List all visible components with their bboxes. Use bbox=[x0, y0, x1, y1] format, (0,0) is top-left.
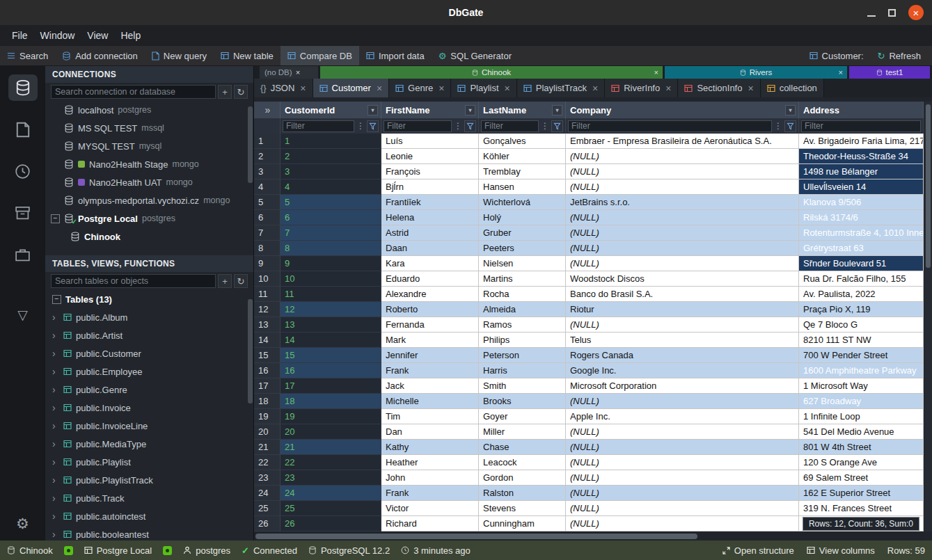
cell-customerid[interactable]: 12 bbox=[281, 302, 381, 317]
cell-firstname[interactable]: Frank bbox=[381, 363, 479, 378]
cell-customerid[interactable]: 25 bbox=[281, 501, 381, 516]
cell-lastname[interactable]: Harris bbox=[479, 363, 566, 378]
tab-riverinfo[interactable]: RiverInfo × bbox=[605, 79, 678, 97]
connections-search-input[interactable] bbox=[51, 85, 216, 99]
tables-group[interactable]: − Tables (13) bbox=[45, 290, 253, 308]
table-row[interactable]: 17 17 Jack Smith Microsoft Corporation 1… bbox=[254, 378, 924, 394]
cell-address[interactable]: 1498 rue Bélanger bbox=[799, 164, 924, 179]
cell-firstname[interactable]: Heather bbox=[381, 455, 479, 470]
table-row[interactable]: 5 5 Frantiīek Wichterlová JetBrains s.r.… bbox=[254, 195, 924, 210]
cell-company[interactable]: Embraer - Empresa Brasileira de Aeronáut… bbox=[566, 134, 799, 149]
cell-address[interactable]: 801 W 4th Street bbox=[799, 440, 924, 455]
cell-company[interactable]: Microsoft Corporation bbox=[566, 378, 799, 394]
close-icon[interactable]: × bbox=[296, 68, 300, 77]
cell-firstname[interactable]: Eduardo bbox=[381, 271, 479, 287]
cell-address[interactable]: 1 Microsoft Way bbox=[799, 378, 924, 394]
cell-firstname[interactable]: Kara bbox=[381, 256, 479, 271]
cell-customerid[interactable]: 7 bbox=[281, 225, 381, 241]
cell-address[interactable]: 541 Del Medio Avenue bbox=[799, 424, 924, 440]
cell-firstname[interactable]: François bbox=[381, 164, 479, 179]
connection-item-nano2health-stage[interactable]: Nano2Health Stage mongo bbox=[45, 155, 253, 173]
minimize-icon[interactable] bbox=[867, 8, 876, 17]
tab-playlisttrack[interactable]: PlaylistTrack × bbox=[517, 79, 605, 97]
cell-customerid[interactable]: 1 bbox=[281, 134, 381, 149]
cell-address[interactable]: Grétrystraat 63 bbox=[799, 241, 924, 256]
filter-input-customerid[interactable] bbox=[283, 120, 354, 132]
table-row[interactable]: 23 23 John Gordon (NULL) 69 Salem Street bbox=[254, 470, 924, 486]
sidebar-scrollbar[interactable] bbox=[248, 106, 253, 183]
cell-lastname[interactable]: Gonçalves bbox=[479, 134, 566, 149]
chevron-down-icon[interactable]: ▾ bbox=[465, 105, 475, 115]
cell-customerid[interactable]: 2 bbox=[281, 149, 381, 164]
menu-view[interactable]: View bbox=[81, 25, 114, 46]
sidebar-table-item[interactable]: › public.Artist bbox=[45, 326, 253, 344]
sidebar-icon-filter[interactable]: ▽ bbox=[8, 301, 38, 328]
cell-company[interactable]: (NULL) bbox=[566, 225, 799, 241]
current-tab-menu-button[interactable]: Customer: bbox=[803, 46, 871, 65]
cell-firstname[interactable]: Roberto bbox=[381, 302, 479, 317]
table-row[interactable]: 9 9 Kara Nielsen (NULL) Sřnder Boulevard… bbox=[254, 256, 924, 271]
cell-company[interactable]: (NULL) bbox=[566, 149, 799, 164]
chevron-down-icon[interactable]: ▾ bbox=[368, 105, 378, 115]
close-icon[interactable]: × bbox=[505, 83, 510, 94]
table-row[interactable]: 12 12 Roberto Almeida Riotur Praça Pio X… bbox=[254, 302, 924, 317]
new-table-button[interactable]: New table bbox=[214, 46, 281, 65]
cell-lastname[interactable]: Tremblay bbox=[479, 164, 566, 179]
sidebar-table-item[interactable]: › public.PlaylistTrack bbox=[45, 471, 253, 489]
cell-address[interactable]: 120 S Orange Ave bbox=[799, 455, 924, 470]
close-icon[interactable]: × bbox=[665, 83, 671, 94]
cell-address[interactable]: Rilská 3174/6 bbox=[799, 210, 924, 225]
sidebar-table-item[interactable]: › public.MediaType bbox=[45, 435, 253, 453]
sidebar-icon-history[interactable] bbox=[8, 158, 38, 184]
connection-item-mssql-test[interactable]: MS SQL TEST mssql bbox=[45, 119, 253, 137]
cell-customerid[interactable]: 6 bbox=[281, 210, 381, 225]
cell-firstname[interactable]: Michelle bbox=[381, 394, 479, 409]
cell-firstname[interactable]: Fernanda bbox=[381, 317, 479, 333]
sidebar-table-item[interactable]: › public.InvoiceLine bbox=[45, 417, 253, 435]
sidebar-table-item[interactable]: › public.Employee bbox=[45, 362, 253, 381]
cell-customerid[interactable]: 18 bbox=[281, 394, 381, 409]
sidebar-table-item[interactable]: › public.Playlist bbox=[45, 453, 253, 471]
cell-lastname[interactable]: Peeters bbox=[479, 241, 566, 256]
cell-company[interactable]: (NULL) bbox=[566, 455, 799, 470]
cell-address[interactable]: 162 E Superior Street bbox=[799, 486, 924, 501]
close-icon[interactable]: × bbox=[839, 68, 843, 77]
cell-customerid[interactable]: 15 bbox=[281, 348, 381, 363]
expand-all-button[interactable]: » bbox=[254, 102, 281, 118]
cell-company[interactable]: (NULL) bbox=[566, 470, 799, 486]
cell-company[interactable]: Banco do Brasil S.A. bbox=[566, 287, 799, 302]
cell-address[interactable]: Rotenturmstraße 4, 1010 Innere Stadt bbox=[799, 225, 924, 241]
refresh-button[interactable]: ↻ Refresh bbox=[871, 46, 928, 65]
sidebar-table-item[interactable]: › public.Invoice bbox=[45, 399, 253, 417]
cell-firstname[interactable]: Richard bbox=[381, 516, 479, 531]
db-tab-test1[interactable]: test1 bbox=[849, 66, 930, 79]
cell-customerid[interactable]: 20 bbox=[281, 424, 381, 440]
table-row[interactable]: 7 7 Astrid Gruber (NULL) Rotenturmstraße… bbox=[254, 225, 924, 241]
connection-item-localhost[interactable]: localhost postgres bbox=[45, 101, 253, 119]
cell-address[interactable]: Rua Dr. Falcão Filho, 155 bbox=[799, 271, 924, 287]
table-row[interactable]: 13 13 Fernanda Ramos (NULL) Qe 7 Bloco G bbox=[254, 317, 924, 333]
add-connection-mini-icon[interactable]: + bbox=[218, 85, 232, 99]
cell-lastname[interactable]: Ralston bbox=[479, 486, 566, 501]
menu-window[interactable]: Window bbox=[34, 25, 81, 46]
tab-collection[interactable]: collection bbox=[761, 79, 824, 97]
connection-item-mysql-test[interactable]: MYSQL TEST mysql bbox=[45, 137, 253, 155]
scrollbar-thumb[interactable] bbox=[255, 534, 697, 539]
kebab-menu-icon[interactable]: ⋮ bbox=[453, 122, 463, 130]
open-structure-button[interactable]: Open structure bbox=[722, 545, 794, 556]
table-row[interactable]: 20 20 Dan Miller (NULL) 541 Del Medio Av… bbox=[254, 424, 924, 440]
cell-company[interactable]: (NULL) bbox=[566, 179, 799, 195]
cell-firstname[interactable]: Mark bbox=[381, 333, 479, 348]
add-connection-button[interactable]: Add connection bbox=[55, 46, 145, 65]
view-columns-button[interactable]: View columns bbox=[807, 545, 875, 556]
sidebar-table-item[interactable]: › public.Customer bbox=[45, 344, 253, 362]
cell-company[interactable]: (NULL) bbox=[566, 501, 799, 516]
kebab-menu-icon[interactable]: ⋮ bbox=[773, 122, 783, 130]
cell-customerid[interactable]: 5 bbox=[281, 195, 381, 210]
cell-company[interactable]: (NULL) bbox=[566, 210, 799, 225]
cell-company[interactable]: (NULL) bbox=[566, 424, 799, 440]
table-row[interactable]: 3 3 François Tremblay (NULL) 1498 rue Bé… bbox=[254, 164, 924, 179]
cell-company[interactable]: JetBrains s.r.o. bbox=[566, 195, 799, 210]
cell-customerid[interactable]: 8 bbox=[281, 241, 381, 256]
database-item-chinook[interactable]: Chinook bbox=[45, 227, 253, 246]
